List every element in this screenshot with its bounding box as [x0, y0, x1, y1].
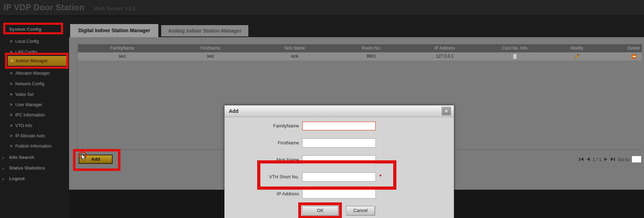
chevron-right-icon: >: [10, 48, 15, 56]
sidebar-item-local-config[interactable]: >Local Config: [10, 38, 39, 45]
field-row-vth-short-no: VTH Short No. *: [225, 172, 454, 182]
chevron-right-icon: >: [10, 132, 15, 139]
sidebar-item-lan-config[interactable]: >LAN Config: [10, 48, 37, 56]
goto-page-input[interactable]: [632, 156, 642, 163]
sidebar-item-label: System Config: [9, 27, 41, 32]
card-info-icon[interactable]: [513, 54, 517, 59]
tab-analog-indoor-station-manager[interactable]: Analog Indoor Station Manager: [161, 25, 248, 36]
chevron-right-icon: >: [10, 91, 15, 98]
column-header-familyname: FamilyName: [78, 44, 166, 52]
sidebar-item-label: Indoor Manager: [16, 58, 48, 63]
field-row-firstname: FirstName: [225, 138, 454, 148]
firstname-field[interactable]: [302, 138, 376, 148]
next-page-icon[interactable]: [604, 157, 608, 161]
triangle-right-icon: ▶: [2, 154, 8, 162]
triangle-down-icon: ▼: [2, 26, 8, 34]
sidebar-item-label: Network Config: [15, 81, 44, 86]
sidebar-item-ip-allocate-auto[interactable]: >IP Allocate Auto: [10, 132, 45, 139]
vth-short-no-field[interactable]: [302, 172, 376, 182]
field-row-nickname: Nick Name: [225, 155, 454, 165]
cell-nickname: nick: [254, 52, 335, 61]
vth-short-no-label: VTH Short No.: [225, 172, 299, 182]
tab-digital-indoor-station-manager[interactable]: Digital Indoor Station Manager: [70, 24, 158, 37]
sidebar-item-publish-information[interactable]: >Publish Information: [10, 143, 52, 150]
chevron-right-icon: >: [10, 38, 15, 45]
chevron-right-icon: >: [10, 70, 15, 77]
column-header-firstname: FirstName: [166, 44, 254, 52]
column-header-card-no-info: Card No. Info: [482, 44, 548, 52]
cancel-button[interactable]: Cancel: [346, 206, 375, 215]
cell-room-no: 9901: [335, 52, 408, 61]
sidebar-item-network-config[interactable]: >Network Config: [10, 80, 44, 87]
cell-firstname: test: [166, 52, 254, 61]
chevron-right-icon: >: [10, 111, 15, 119]
sidebar-item-indoor-manager[interactable]: >Indoor Manager: [8, 56, 66, 66]
sidebar-item-vto-info[interactable]: >VTO Info: [10, 122, 32, 129]
ip-address-label: IP Address: [225, 189, 299, 199]
table-row: test test nick 9901 127.0.0.1: [78, 52, 642, 61]
column-header-ip-address: IP Address: [408, 44, 482, 52]
sidebar-item-status-statistics[interactable]: ▶ Status Statistics: [2, 164, 45, 172]
minus-circle-icon[interactable]: [632, 54, 637, 59]
ok-button[interactable]: OK: [302, 206, 338, 215]
sidebar-item-video-set[interactable]: >Video Set: [10, 91, 34, 98]
prev-page-icon[interactable]: [586, 157, 590, 161]
firstname-label: FirstName: [225, 138, 299, 148]
cell-familyname: test: [78, 52, 166, 61]
app-header: IP VDP Door Station Web Server V1.0: [0, 0, 644, 16]
sidebar-item-user-manager[interactable]: >User Manager: [10, 101, 42, 108]
dialog-titlebar: Add ×: [225, 105, 454, 117]
add-dialog: Add × FamilyName FirstName Nick Name VTH…: [224, 105, 454, 218]
familyname-label: FamilyName: [225, 121, 299, 131]
chevron-right-icon: >: [10, 122, 15, 129]
sidebar-item-label: LAN Config: [15, 50, 37, 54]
sidebar-item-ipc-information[interactable]: >IPC Information: [10, 111, 45, 119]
required-asterisk: *: [379, 173, 382, 179]
pagination-bar: 1 / 1 Go to: [579, 155, 642, 163]
table-header-row: FamilyName FirstName Nick Name Room No. …: [78, 44, 642, 52]
cell-card-no-info: [482, 52, 548, 61]
nickname-label: Nick Name: [225, 155, 299, 165]
cell-delete: [606, 52, 642, 61]
cell-ip-address: 127.0.0.1: [408, 52, 482, 61]
sidebar-item-logout[interactable]: ▶ Logout: [2, 175, 25, 183]
sidebar-item-label: Local Config: [15, 39, 39, 44]
chevron-right-icon: >: [10, 80, 15, 87]
sidebar-item-info-search[interactable]: ▶ Info Search: [2, 154, 34, 161]
familyname-field[interactable]: [302, 121, 376, 131]
mouse-cursor-icon: [80, 154, 87, 161]
column-header-room-no: Room No.: [335, 44, 408, 52]
triangle-right-icon: ▶: [2, 165, 8, 172]
nickname-field[interactable]: [302, 155, 376, 165]
sidebar-item-label: VTO Info: [15, 123, 32, 128]
close-icon[interactable]: ×: [442, 107, 451, 115]
sidebar-item-system-config[interactable]: ▼ System Config: [2, 25, 41, 33]
sidebar-item-label: IP Allocate Auto: [15, 133, 45, 138]
app-subtitle: Web Server V1.0: [94, 5, 135, 11]
sidebar-item-label: Allocator Manager: [15, 71, 50, 76]
last-page-icon[interactable]: [610, 157, 615, 161]
field-row-ip-address: IP Address: [225, 189, 454, 199]
sidebar-item-label: Info Search: [9, 155, 34, 160]
app-title: IP VDP Door Station: [4, 3, 84, 12]
sidebar-item-label: Logout: [9, 176, 25, 181]
sidebar-item-label: Status Statistics: [9, 165, 45, 171]
chevron-right-icon: >: [10, 143, 15, 150]
chevron-right-icon: >: [10, 101, 15, 108]
column-header-nickname: Nick Name: [254, 44, 335, 52]
sidebar-item-label: User Manager: [15, 102, 42, 107]
column-header-modify: Modify: [548, 44, 606, 52]
sidebar-item-label: Video Set: [15, 92, 34, 97]
sidebar-item-allocator-manager[interactable]: >Allocator Manager: [10, 70, 50, 77]
triangle-right-icon: ▶: [2, 175, 8, 183]
ip-address-field[interactable]: [302, 189, 376, 199]
column-header-delete: Delete: [606, 44, 642, 52]
sidebar-item-label: IPC Information: [15, 113, 45, 117]
page-indicator: 1 / 1: [593, 157, 601, 162]
goto-label: Go to: [618, 157, 629, 162]
app-window: IP VDP Door Station Web Server V1.0 ▼ Sy…: [0, 0, 644, 218]
cell-modify: [548, 52, 606, 61]
first-page-icon[interactable]: [579, 157, 584, 161]
chevron-right-icon: >: [11, 56, 16, 66]
pencil-icon[interactable]: [575, 54, 580, 59]
